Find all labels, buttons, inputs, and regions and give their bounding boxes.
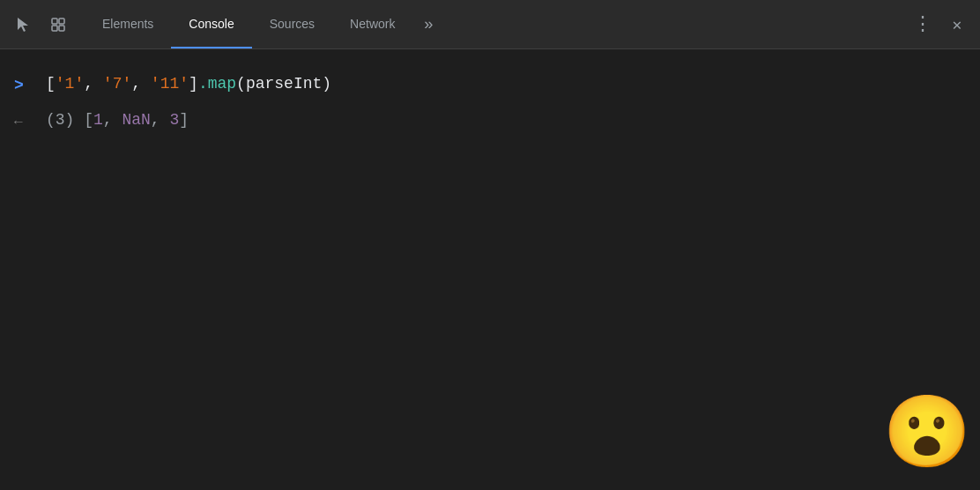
layers-icon[interactable] <box>42 9 74 41</box>
paren-open: ( <box>236 75 246 93</box>
svg-rect-3 <box>59 26 64 31</box>
svg-rect-1 <box>59 19 64 24</box>
more-tabs-button[interactable]: » <box>412 9 444 41</box>
output-number-1: 1 <box>93 111 103 129</box>
paren-close: ) <box>322 75 331 93</box>
toolbar-icon-group <box>7 9 74 41</box>
input-prompt: > <box>14 72 32 98</box>
tab-network[interactable]: Network <box>332 0 412 48</box>
console-output-code: (3) [1, NaN, 3] <box>46 108 966 132</box>
close-devtools-button[interactable]: ✕ <box>941 9 973 41</box>
map-method: map <box>208 75 236 93</box>
svg-rect-0 <box>52 19 57 24</box>
console-panel: > ['1', '7', '11'].map(parseInt) ← (3) [… <box>0 49 980 490</box>
output-close-bracket: ] <box>179 111 189 129</box>
console-output-line: ← (3) [1, NaN, 3] <box>0 103 980 138</box>
output-count: (3) <box>46 111 84 129</box>
comma-1: , <box>84 75 103 93</box>
close-bracket: ] <box>189 75 198 93</box>
tab-elements[interactable]: Elements <box>85 0 171 48</box>
console-input-line: > ['1', '7', '11'].map(parseInt) <box>0 67 980 103</box>
string-1: '1' <box>56 75 84 93</box>
tab-sources[interactable]: Sources <box>252 0 332 48</box>
output-comma-2: , <box>151 111 170 129</box>
output-nan: NaN <box>122 111 150 129</box>
parseint-func: parseInt <box>246 75 322 93</box>
console-input-code: ['1', '7', '11'].map(parseInt) <box>46 72 966 96</box>
devtools-toolbar: Elements Console Sources Network » ⋮ ✕ <box>0 0 980 49</box>
surprised-emoji: 😮 <box>883 402 971 472</box>
output-open-bracket: [ <box>84 111 93 129</box>
output-number-3: 3 <box>169 111 179 129</box>
comma-2: , <box>131 75 151 93</box>
tab-bar: Elements Console Sources Network » <box>85 0 906 48</box>
string-3: '11' <box>151 75 189 93</box>
svg-rect-2 <box>52 26 57 31</box>
output-prompt: ← <box>14 108 32 133</box>
toolbar-right-actions: ⋮ ✕ <box>906 9 973 41</box>
string-2: '7' <box>103 75 131 93</box>
output-comma-1: , <box>103 111 122 129</box>
dot-separator: . <box>198 75 208 93</box>
open-bracket: [ <box>46 75 56 93</box>
kebab-menu-button[interactable]: ⋮ <box>906 9 938 41</box>
cursor-icon[interactable] <box>7 9 39 41</box>
tab-console[interactable]: Console <box>171 0 251 48</box>
